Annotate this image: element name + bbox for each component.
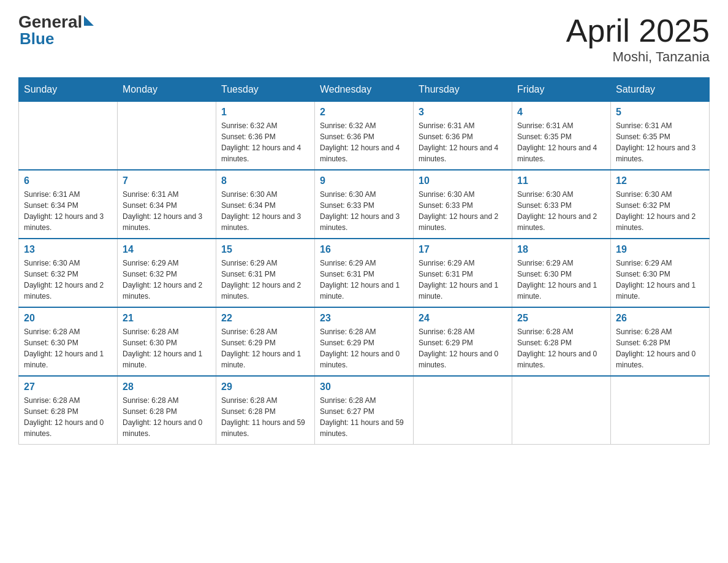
calendar-week-row: 13Sunrise: 6:30 AMSunset: 6:32 PMDayligh…: [19, 239, 710, 307]
day-number: 13: [24, 244, 112, 255]
day-info: Sunrise: 6:30 AMSunset: 6:32 PMDaylight:…: [616, 189, 704, 233]
day-info: Sunrise: 6:29 AMSunset: 6:30 PMDaylight:…: [616, 258, 704, 302]
table-row: 15Sunrise: 6:29 AMSunset: 6:31 PMDayligh…: [216, 239, 315, 307]
day-number: 3: [419, 107, 507, 118]
day-info: Sunrise: 6:28 AMSunset: 6:29 PMDaylight:…: [221, 326, 309, 370]
page-header: General Blue April 2025 Moshi, Tanzania: [18, 12, 710, 65]
table-row: 3Sunrise: 6:31 AMSunset: 6:36 PMDaylight…: [414, 102, 512, 170]
day-number: 25: [517, 313, 605, 324]
col-wednesday: Wednesday: [315, 78, 414, 102]
table-row: 17Sunrise: 6:29 AMSunset: 6:31 PMDayligh…: [414, 239, 512, 307]
calendar-week-row: 27Sunrise: 6:28 AMSunset: 6:28 PMDayligh…: [19, 376, 710, 445]
day-info: Sunrise: 6:28 AMSunset: 6:28 PMDaylight:…: [517, 326, 605, 370]
calendar-week-row: 20Sunrise: 6:28 AMSunset: 6:30 PMDayligh…: [19, 307, 710, 376]
day-number: 2: [320, 107, 408, 118]
day-info: Sunrise: 6:28 AMSunset: 6:28 PMDaylight:…: [616, 326, 704, 370]
table-row: 20Sunrise: 6:28 AMSunset: 6:30 PMDayligh…: [19, 307, 118, 376]
day-number: 14: [123, 244, 211, 255]
page-title: April 2025: [566, 12, 710, 49]
table-row: 14Sunrise: 6:29 AMSunset: 6:32 PMDayligh…: [118, 239, 216, 307]
day-number: 29: [221, 381, 309, 393]
day-info: Sunrise: 6:31 AMSunset: 6:35 PMDaylight:…: [616, 120, 704, 164]
table-row: 30Sunrise: 6:28 AMSunset: 6:27 PMDayligh…: [315, 376, 414, 445]
table-row: 21Sunrise: 6:28 AMSunset: 6:30 PMDayligh…: [118, 307, 216, 376]
page-subtitle: Moshi, Tanzania: [566, 49, 710, 65]
day-info: Sunrise: 6:31 AMSunset: 6:34 PMDaylight:…: [123, 189, 211, 233]
table-row: 11Sunrise: 6:30 AMSunset: 6:33 PMDayligh…: [512, 170, 611, 239]
day-info: Sunrise: 6:28 AMSunset: 6:30 PMDaylight:…: [123, 326, 211, 370]
day-info: Sunrise: 6:28 AMSunset: 6:28 PMDaylight:…: [123, 395, 211, 439]
day-number: 21: [123, 313, 211, 324]
table-row: 27Sunrise: 6:28 AMSunset: 6:28 PMDayligh…: [19, 376, 118, 445]
day-number: 30: [320, 381, 408, 393]
day-number: 12: [616, 175, 704, 186]
day-info: Sunrise: 6:31 AMSunset: 6:35 PMDaylight:…: [517, 120, 605, 164]
table-row: 13Sunrise: 6:30 AMSunset: 6:32 PMDayligh…: [19, 239, 118, 307]
table-row: 9Sunrise: 6:30 AMSunset: 6:33 PMDaylight…: [315, 170, 414, 239]
table-row: 4Sunrise: 6:31 AMSunset: 6:35 PMDaylight…: [512, 102, 611, 170]
day-number: 18: [517, 244, 605, 255]
day-info: Sunrise: 6:31 AMSunset: 6:34 PMDaylight:…: [24, 189, 112, 233]
table-row: [19, 102, 118, 170]
table-row: 25Sunrise: 6:28 AMSunset: 6:28 PMDayligh…: [512, 307, 611, 376]
day-info: Sunrise: 6:28 AMSunset: 6:29 PMDaylight:…: [320, 326, 408, 370]
table-row: 6Sunrise: 6:31 AMSunset: 6:34 PMDaylight…: [19, 170, 118, 239]
day-number: 27: [24, 381, 112, 393]
day-info: Sunrise: 6:29 AMSunset: 6:31 PMDaylight:…: [320, 258, 408, 302]
col-sunday: Sunday: [19, 78, 118, 102]
day-info: Sunrise: 6:28 AMSunset: 6:30 PMDaylight:…: [24, 326, 112, 370]
day-info: Sunrise: 6:30 AMSunset: 6:34 PMDaylight:…: [221, 189, 309, 233]
col-saturday: Saturday: [611, 78, 710, 102]
day-info: Sunrise: 6:29 AMSunset: 6:32 PMDaylight:…: [123, 258, 211, 302]
col-tuesday: Tuesday: [216, 78, 315, 102]
table-row: 7Sunrise: 6:31 AMSunset: 6:34 PMDaylight…: [118, 170, 216, 239]
calendar-week-row: 1Sunrise: 6:32 AMSunset: 6:36 PMDaylight…: [19, 102, 710, 170]
table-row: [414, 376, 512, 445]
day-number: 8: [221, 175, 309, 186]
table-row: [512, 376, 611, 445]
table-row: 12Sunrise: 6:30 AMSunset: 6:32 PMDayligh…: [611, 170, 710, 239]
col-thursday: Thursday: [414, 78, 512, 102]
day-number: 20: [24, 313, 112, 324]
day-info: Sunrise: 6:28 AMSunset: 6:27 PMDaylight:…: [320, 395, 408, 439]
day-info: Sunrise: 6:31 AMSunset: 6:36 PMDaylight:…: [419, 120, 507, 164]
table-row: 8Sunrise: 6:30 AMSunset: 6:34 PMDaylight…: [216, 170, 315, 239]
day-number: 11: [517, 175, 605, 186]
day-number: 5: [616, 107, 704, 118]
day-number: 24: [419, 313, 507, 324]
table-row: 2Sunrise: 6:32 AMSunset: 6:36 PMDaylight…: [315, 102, 414, 170]
day-number: 9: [320, 175, 408, 186]
day-info: Sunrise: 6:32 AMSunset: 6:36 PMDaylight:…: [221, 120, 309, 164]
col-monday: Monday: [118, 78, 216, 102]
day-number: 19: [616, 244, 704, 255]
col-friday: Friday: [512, 78, 611, 102]
day-number: 22: [221, 313, 309, 324]
day-number: 4: [517, 107, 605, 118]
table-row: 22Sunrise: 6:28 AMSunset: 6:29 PMDayligh…: [216, 307, 315, 376]
table-row: 24Sunrise: 6:28 AMSunset: 6:29 PMDayligh…: [414, 307, 512, 376]
table-row: 18Sunrise: 6:29 AMSunset: 6:30 PMDayligh…: [512, 239, 611, 307]
logo-blue-text: Blue: [20, 29, 54, 48]
table-row: 29Sunrise: 6:28 AMSunset: 6:28 PMDayligh…: [216, 376, 315, 445]
day-number: 28: [123, 381, 211, 393]
table-row: [611, 376, 710, 445]
calendar-table: Sunday Monday Tuesday Wednesday Thursday…: [18, 77, 710, 445]
day-info: Sunrise: 6:29 AMSunset: 6:31 PMDaylight:…: [221, 258, 309, 302]
table-row: 5Sunrise: 6:31 AMSunset: 6:35 PMDaylight…: [611, 102, 710, 170]
day-number: 6: [24, 175, 112, 186]
table-row: 10Sunrise: 6:30 AMSunset: 6:33 PMDayligh…: [414, 170, 512, 239]
day-info: Sunrise: 6:30 AMSunset: 6:33 PMDaylight:…: [320, 189, 408, 233]
table-row: 16Sunrise: 6:29 AMSunset: 6:31 PMDayligh…: [315, 239, 414, 307]
day-number: 17: [419, 244, 507, 255]
day-info: Sunrise: 6:30 AMSunset: 6:33 PMDaylight:…: [517, 189, 605, 233]
day-info: Sunrise: 6:28 AMSunset: 6:28 PMDaylight:…: [24, 395, 112, 439]
table-row: 23Sunrise: 6:28 AMSunset: 6:29 PMDayligh…: [315, 307, 414, 376]
calendar-week-row: 6Sunrise: 6:31 AMSunset: 6:34 PMDaylight…: [19, 170, 710, 239]
day-number: 16: [320, 244, 408, 255]
title-block: April 2025 Moshi, Tanzania: [566, 12, 710, 65]
day-number: 10: [419, 175, 507, 186]
day-info: Sunrise: 6:30 AMSunset: 6:33 PMDaylight:…: [419, 189, 507, 233]
calendar-header-row: Sunday Monday Tuesday Wednesday Thursday…: [19, 78, 710, 102]
table-row: 1Sunrise: 6:32 AMSunset: 6:36 PMDaylight…: [216, 102, 315, 170]
day-number: 15: [221, 244, 309, 255]
